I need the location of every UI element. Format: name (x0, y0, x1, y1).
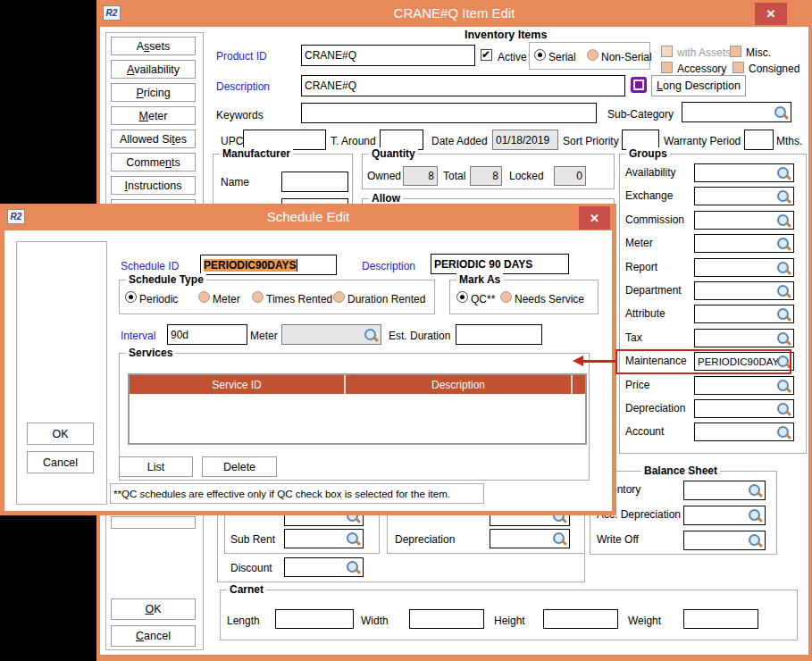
group-meter-field[interactable] (694, 234, 794, 253)
search-icon[interactable] (776, 307, 791, 322)
length-field[interactable] (275, 609, 354, 629)
qc-label: QC** (471, 293, 495, 305)
dialog-cancel-button[interactable]: Cancel (27, 451, 94, 473)
sidebar-item-assets[interactable]: Assets (111, 37, 196, 55)
close-icon[interactable]: ✕ (579, 206, 610, 230)
qc-radio[interactable] (456, 291, 468, 303)
periodic-radio[interactable] (125, 291, 137, 303)
group-price-field[interactable] (694, 376, 794, 395)
serial-radio[interactable] (534, 49, 546, 61)
total-label: Total (443, 170, 465, 182)
delete-button[interactable]: Delete (202, 456, 277, 477)
acc-depreciation-field[interactable] (683, 506, 766, 525)
search-icon[interactable] (776, 237, 791, 251)
search-icon[interactable] (776, 402, 791, 416)
duration-rented-radio[interactable] (333, 291, 345, 303)
meter-option-label: Meter (213, 293, 240, 305)
active-checkbox[interactable] (481, 49, 492, 61)
screen: R2 CRANE#Q Item Edit ✕ Assets Availabili… (0, 0, 812, 661)
warranty-period-field[interactable] (744, 130, 774, 150)
sidebar-item-instructions[interactable]: Instructions (111, 176, 196, 195)
consigned-checkbox[interactable] (732, 62, 744, 73)
group-tax-label: Tax (625, 331, 642, 344)
needs-service-label: Needs Service (515, 293, 584, 305)
description-field[interactable]: CRANE#Q (301, 75, 625, 96)
inventory-field[interactable] (683, 481, 766, 500)
est-duration-field[interactable] (456, 324, 542, 345)
dialog-ok-button[interactable]: OK (27, 423, 94, 445)
weight-label: Weight (628, 615, 661, 627)
width-field[interactable] (409, 609, 484, 629)
product-id-field[interactable]: CRANE#Q (301, 45, 475, 66)
sidebar-item-partial[interactable] (111, 516, 196, 529)
search-icon[interactable] (346, 560, 361, 574)
group-attribute-field[interactable] (694, 305, 794, 323)
group-exchange-field[interactable] (694, 187, 794, 205)
length-label: Length (227, 615, 260, 627)
meter-radio[interactable] (198, 291, 210, 303)
search-icon[interactable] (776, 261, 791, 275)
weight-field[interactable] (683, 609, 758, 629)
group-account-field[interactable] (694, 423, 794, 441)
group-department-field[interactable] (694, 281, 794, 300)
search-icon[interactable] (748, 483, 763, 498)
search-icon[interactable] (776, 284, 791, 298)
interval-field[interactable]: 90d (167, 324, 247, 345)
write-off-field[interactable] (683, 531, 766, 550)
carnet-title: Carnet (227, 583, 266, 596)
sub-rent-field[interactable] (284, 529, 364, 548)
long-description-button[interactable]: Long Description (651, 75, 746, 96)
sidebar-item-meter[interactable]: Meter (111, 106, 196, 125)
height-field[interactable] (543, 609, 618, 629)
long-text-icon[interactable] (631, 77, 647, 93)
sidebar-item-availability[interactable]: Availability (111, 60, 196, 79)
gl-depreciation-field[interactable] (490, 529, 570, 548)
group-commission-field[interactable] (694, 211, 794, 230)
search-icon[interactable] (346, 531, 361, 546)
sidebar-item-comments[interactable]: Comments (111, 153, 196, 172)
annotation-arrow-line (582, 360, 616, 363)
search-icon[interactable] (748, 533, 763, 548)
group-depreciation-label: Depreciation (625, 402, 685, 414)
search-icon[interactable] (364, 328, 379, 342)
consigned-label: Consigned (749, 63, 799, 75)
services-table[interactable]: Service ID Description (128, 373, 587, 445)
schedule-id-field[interactable]: PERIODIC90DAYS (200, 255, 337, 275)
schedule-description-label: Description (362, 260, 415, 272)
group-depreciation-field[interactable] (694, 399, 794, 418)
search-icon[interactable] (552, 531, 567, 546)
description-column-header[interactable]: Description (344, 375, 571, 394)
sub-category-label: Sub-Category (607, 108, 674, 121)
group-tax-field[interactable] (694, 329, 794, 347)
non-serial-radio[interactable] (587, 49, 599, 61)
search-icon[interactable] (748, 508, 763, 523)
sidebar-item-pricing[interactable]: Pricing (111, 83, 196, 102)
times-rented-label: Times Rented (266, 293, 332, 305)
allow-group-title: Allow (369, 192, 403, 205)
close-icon[interactable]: ✕ (755, 3, 787, 25)
search-icon[interactable] (776, 425, 791, 439)
search-icon[interactable] (776, 379, 791, 393)
misc-checkbox[interactable] (730, 46, 741, 57)
discount-field[interactable] (284, 557, 364, 577)
schedule-description-field[interactable]: PERIODIC 90 DAYS (431, 254, 569, 274)
group-availability-field[interactable] (694, 163, 794, 182)
search-icon[interactable] (776, 331, 791, 346)
sidebar-item-allowed-sites[interactable]: Allowed Sites (111, 130, 196, 148)
times-rented-radio[interactable] (252, 291, 264, 303)
ok-button[interactable]: OK (111, 598, 196, 620)
keywords-field[interactable] (301, 103, 597, 123)
cancel-button[interactable]: Cancel (111, 625, 196, 647)
accessory-checkbox[interactable] (661, 62, 673, 73)
needs-service-radio[interactable] (500, 291, 512, 303)
group-report-field[interactable] (694, 258, 794, 277)
list-button[interactable]: List (119, 456, 193, 477)
search-icon[interactable] (776, 213, 791, 228)
sub-category-field[interactable] (682, 102, 791, 122)
manufacturer-name-field[interactable] (281, 172, 348, 192)
search-icon[interactable] (774, 105, 789, 120)
search-icon[interactable] (776, 166, 791, 180)
service-id-column-header[interactable]: Service ID (130, 375, 344, 394)
group-price-label: Price (625, 379, 649, 391)
search-icon[interactable] (776, 189, 791, 204)
